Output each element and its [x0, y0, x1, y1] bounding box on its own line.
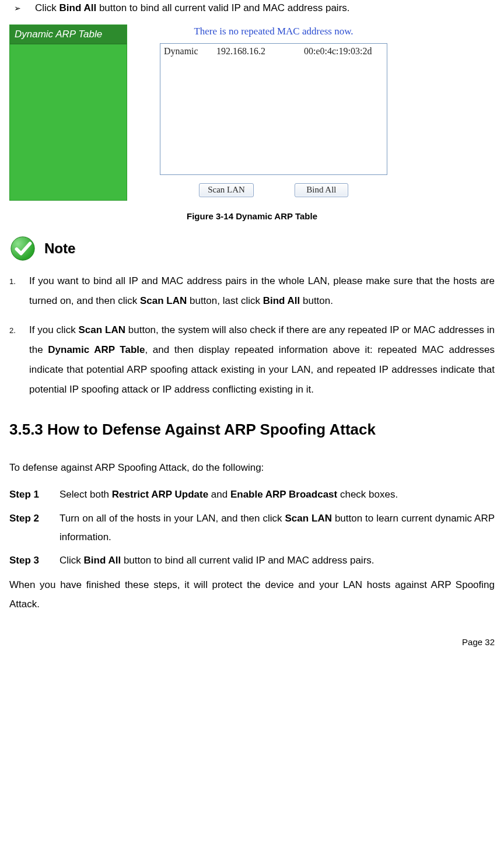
note-label: Note [44, 240, 75, 257]
outro-paragraph: When you have finished these steps, it w… [9, 576, 495, 614]
svg-point-0 [11, 237, 34, 260]
text: button to bind all current valid IP and … [121, 555, 374, 566]
text-bold: Dynamic ARP Table [48, 344, 145, 355]
sidebar-title: Dynamic ARP Table [10, 25, 127, 44]
scan-lan-button[interactable]: Scan LAN [199, 183, 254, 197]
intro-paragraph: To defense against ARP Spoofing Attack, … [9, 459, 495, 477]
figure-dynamic-arp-table: Dynamic ARP Table There is no repeated M… [9, 24, 495, 201]
note-heading: Note [9, 235, 495, 262]
step-label: Step 3 [9, 551, 60, 570]
text: Select both [60, 489, 112, 500]
step-item: Step 2Turn on all of the hosts in your L… [9, 509, 495, 547]
checkmark-icon [9, 235, 36, 262]
note-list: 1.If you want to bind all IP and MAC add… [9, 271, 495, 400]
arp-listbox[interactable]: Dynamic 192.168.16.2 00:e0:4c:19:03:2d [160, 43, 387, 175]
text-bold: Bind All [263, 295, 300, 306]
text: Click [60, 555, 84, 566]
step-label: Step 1 [9, 485, 60, 504]
text: If you click [29, 324, 79, 335]
bullet-bind-all: ➢ Click Bind All button to bind all curr… [9, 2, 495, 14]
list-number: 1. [9, 271, 29, 311]
note-item: 2.If you click Scan LAN button, the syst… [9, 320, 495, 400]
cell-type: Dynamic [164, 46, 216, 57]
step-body: Turn on all of the hosts in your LAN, an… [60, 509, 495, 547]
cell-ip: 192.168.16.2 [216, 46, 304, 57]
list-number: 2. [9, 320, 29, 400]
sidebar-panel: Dynamic ARP Table [9, 24, 127, 201]
cell-mac: 00:e0:4c:19:03:2d [304, 46, 383, 57]
text-bold: Scan LAN [79, 324, 125, 335]
step-body: Select both Restrict ARP Update and Enab… [60, 485, 495, 504]
text: and [208, 489, 230, 500]
text-bold: Scan LAN [285, 513, 332, 524]
steps-list: Step 1Select both Restrict ARP Update an… [9, 485, 495, 570]
note-item: 1.If you want to bind all IP and MAC add… [9, 271, 495, 311]
text: button to bind all current valid IP and … [96, 2, 349, 13]
text-bold: Bind All [84, 555, 121, 566]
text-bold: Bind All [60, 2, 97, 13]
bullet-text: Click Bind All button to bind all curren… [35, 2, 350, 14]
page-number: Page 32 [9, 637, 495, 647]
text-bold: Enable ARP Broadcast [230, 489, 337, 500]
step-item: Step 1Select both Restrict ARP Update an… [9, 485, 495, 504]
step-body: Click Bind All button to bind all curren… [60, 551, 495, 570]
bullet-arrow-icon: ➢ [14, 4, 21, 13]
section-heading: 3.5.3 How to Defense Against ARP Spoofin… [9, 421, 495, 439]
text: button, last click [187, 295, 262, 306]
step-label: Step 2 [9, 509, 60, 547]
note-body: If you click Scan LAN button, the system… [29, 320, 495, 400]
note-body: If you want to bind all IP and MAC addre… [29, 271, 495, 311]
text: check boxes. [337, 489, 398, 500]
text: Click [35, 2, 60, 13]
step-item: Step 3Click Bind All button to bind all … [9, 551, 495, 570]
status-message: There is no repeated MAC address now. [194, 26, 353, 37]
figure-caption: Figure 3-14 Dynamic ARP Table [9, 211, 495, 221]
bind-all-button[interactable]: Bind All [295, 183, 348, 197]
text: button. [300, 295, 333, 306]
text: Turn on all of the hosts in your LAN, an… [60, 513, 285, 524]
text-bold: Scan LAN [140, 295, 187, 306]
list-item[interactable]: Dynamic 192.168.16.2 00:e0:4c:19:03:2d [164, 46, 383, 57]
text-bold: Restrict ARP Update [112, 489, 208, 500]
